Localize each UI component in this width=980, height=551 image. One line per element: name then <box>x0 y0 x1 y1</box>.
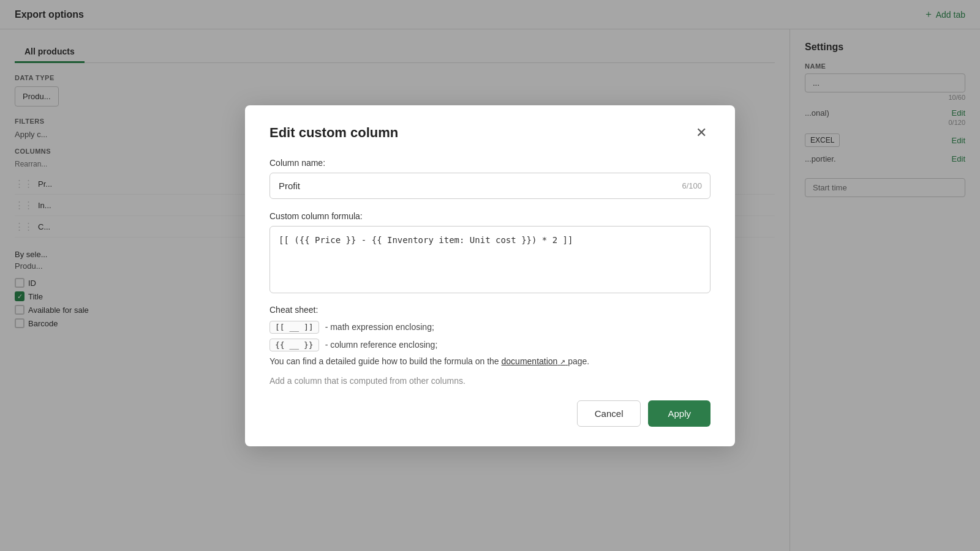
cheat-item-col: {{ __ }} - column reference enclosing; <box>270 339 710 351</box>
documentation-link[interactable]: documentation ↗ <box>502 356 568 366</box>
edit-custom-column-modal: Edit custom column ✕ Column name: 6/100 … <box>245 105 735 446</box>
cheat-desc-col: - column reference enclosing; <box>325 340 438 350</box>
formula-textarea[interactable]: [[ ({{ Price }} - {{ Inventory item: Uni… <box>270 226 710 293</box>
cheat-sheet-title: Cheat sheet: <box>270 305 710 315</box>
cheat-code-col: {{ __ }} <box>270 339 319 351</box>
doc-link-suffix: page. <box>568 356 589 366</box>
cheat-desc-math: - math expression enclosing; <box>325 322 434 332</box>
formula-label: Custom column formula: <box>270 211 710 221</box>
cheat-code-math: [[ __ ]] <box>270 321 319 334</box>
doc-link-line: You can find a detailed guide how to bui… <box>270 356 710 366</box>
modal-header: Edit custom column ✕ <box>270 125 710 141</box>
external-link-icon: ↗ <box>560 358 565 365</box>
cancel-button[interactable]: Cancel <box>577 400 641 427</box>
column-name-input[interactable] <box>270 173 710 199</box>
modal-footer: Cancel Apply <box>270 400 710 427</box>
cheat-item-math: [[ __ ]] - math expression enclosing; <box>270 321 710 334</box>
close-modal-button[interactable]: ✕ <box>692 125 710 141</box>
cheat-sheet: Cheat sheet: [[ __ ]] - math expression … <box>270 305 710 351</box>
column-name-label: Column name: <box>270 158 710 168</box>
close-icon: ✕ <box>696 125 707 140</box>
apply-button[interactable]: Apply <box>648 400 710 427</box>
column-name-wrapper: 6/100 <box>270 173 710 199</box>
column-name-char-counter: 6/100 <box>682 181 702 190</box>
modal-title: Edit custom column <box>270 125 398 141</box>
modal-overlay: Edit custom column ✕ Column name: 6/100 … <box>0 0 980 551</box>
computed-note: Add a column that is computed from other… <box>270 376 710 386</box>
doc-line-text: You can find a detailed guide how to bui… <box>270 356 499 366</box>
